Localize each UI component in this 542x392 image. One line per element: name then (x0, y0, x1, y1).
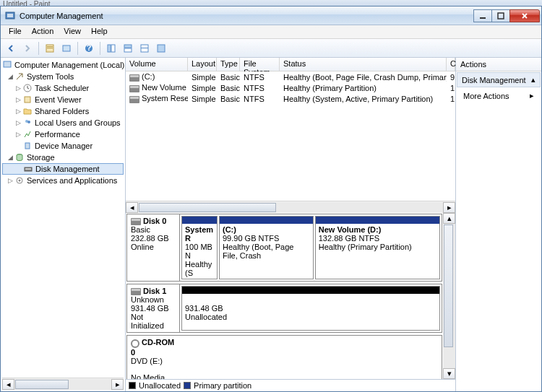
toolbar-back-button[interactable] (4, 41, 18, 56)
storage-icon (14, 152, 25, 162)
svg-rect-7 (63, 45, 70, 51)
volume-row[interactable]: (C:)SimpleBasicNTFSHealthy (Boot, Page F… (126, 71, 455, 82)
scroll-right-icon[interactable]: ▸ (443, 202, 455, 213)
col-capacity[interactable]: C (447, 58, 455, 71)
cdrom0-label[interactable]: CD-ROM 0 DVD (E:)No Media (127, 336, 180, 379)
toolbar-explorer-button[interactable] (59, 41, 74, 56)
minimize-button[interactable] (473, 9, 492, 22)
expand-icon[interactable]: ▷ (7, 177, 14, 184)
svg-rect-3 (498, 13, 504, 19)
svg-rect-17 (4, 61, 11, 67)
menu-view[interactable]: View (59, 25, 86, 38)
volume-list[interactable]: (C:)SimpleBasicNTFSHealthy (Boot, Page F… (126, 71, 455, 201)
actions-more[interactable]: More Actions▸ (456, 88, 541, 103)
menu-help[interactable]: Help (86, 25, 113, 38)
titlebar[interactable]: Computer Management (1, 6, 541, 25)
menu-file[interactable]: File (4, 25, 27, 38)
svg-rect-12 (124, 45, 132, 48)
scroll-left-icon[interactable]: ◂ (126, 202, 138, 213)
svg-point-27 (19, 180, 21, 182)
cdrom0[interactable]: CD-ROM 0 DVD (E:)No Media (126, 335, 442, 379)
disk0-partition-d[interactable]: New Volume (D:)132.88 GB NTFSHealthy (Pr… (315, 216, 440, 279)
collapse-icon[interactable]: ◢ (7, 154, 14, 161)
tree-shared[interactable]: ▷Shared Folders (2, 105, 124, 117)
expand-icon[interactable]: ▷ (14, 119, 22, 126)
cdrom-icon (131, 339, 139, 348)
toolbar-view3-button[interactable] (137, 41, 152, 56)
legend: Unallocated Primary partition (126, 379, 455, 391)
toolbar: ? (1, 39, 541, 58)
col-status[interactable]: Status (280, 58, 447, 71)
svg-rect-10 (108, 45, 111, 52)
event-icon (22, 95, 33, 105)
svg-rect-2 (480, 17, 486, 19)
toolbar-view1-button[interactable] (104, 41, 119, 56)
graph-vscrollbar[interactable]: ▴ ▾ (443, 213, 455, 379)
toolbar-view2-button[interactable] (121, 41, 135, 56)
toolbar-help-button[interactable]: ? (82, 41, 96, 56)
svg-rect-1 (7, 14, 13, 17)
col-fs[interactable]: File System (240, 58, 280, 71)
volume-icon (129, 74, 139, 82)
svg-rect-6 (47, 48, 53, 48)
svg-point-21 (27, 121, 30, 123)
expand-icon[interactable]: ▷ (14, 108, 22, 115)
disk0-label[interactable]: Disk 0 Basic232.88 GBOnline (127, 214, 180, 281)
tree-perf[interactable]: ▷Performance (2, 129, 124, 140)
tree-task[interactable]: ▷Task Scheduler (2, 82, 124, 94)
toolbar-view4-button[interactable] (154, 41, 168, 56)
col-volume[interactable]: Volume (126, 58, 188, 71)
legend-primary-swatch (184, 382, 191, 389)
clock-icon (22, 83, 33, 93)
menu-action[interactable]: Action (27, 25, 59, 38)
toolbar-properties-button[interactable] (43, 41, 57, 56)
volume-icon (129, 96, 139, 103)
close-button[interactable] (509, 9, 540, 22)
disk1-unallocated[interactable]: 931.48 GBUnallocated (181, 286, 440, 331)
chevron-right-icon: ▸ (530, 91, 534, 100)
disk1-label[interactable]: Disk 1 Unknown931.48 GBNot Initialized (127, 284, 180, 332)
tree-users[interactable]: ▷Local Users and Groups (2, 117, 124, 129)
svg-rect-11 (111, 45, 115, 52)
disk0-partition-c[interactable]: (C:)99.90 GB NTFSHealthy (Boot, Page Fil… (219, 216, 314, 279)
maximize-button[interactable] (491, 9, 510, 22)
disk-icon (23, 164, 33, 174)
expand-icon[interactable]: ▷ (14, 131, 22, 138)
volume-scrollbar[interactable]: ◂ ▸ (126, 201, 455, 213)
disk-icon (131, 288, 141, 295)
volume-header[interactable]: Volume Layout Type File System Status C (126, 58, 455, 71)
navigation-tree[interactable]: Computer Management (Local) ◢System Tool… (1, 58, 126, 391)
disk0[interactable]: Disk 0 Basic232.88 GBOnline System R100 … (126, 214, 442, 282)
tree-root[interactable]: Computer Management (Local) (2, 59, 124, 71)
actions-disk-management[interactable]: Disk Management▴ (457, 72, 541, 87)
svg-rect-25 (25, 168, 31, 170)
paint-title-bar: Untitled - Paint (0, 0, 542, 6)
volume-row[interactable]: System ReservedSimpleBasicNTFSHealthy (S… (126, 93, 455, 104)
folder-icon (22, 106, 33, 116)
tree-event[interactable]: ▷Event Viewer (2, 94, 124, 105)
tree-diskman[interactable]: Disk Management (2, 163, 124, 175)
scroll-right-icon[interactable]: ▸ (111, 379, 124, 390)
volume-row[interactable]: New Volume (D:)SimpleBasicNTFSHealthy (P… (126, 82, 455, 93)
col-type[interactable]: Type (217, 58, 240, 71)
expand-icon[interactable]: ▷ (14, 96, 22, 103)
disk-graphical-view[interactable]: Disk 0 Basic232.88 GBOnline System R100 … (126, 213, 443, 379)
perf-icon (22, 129, 33, 139)
scroll-down-icon[interactable]: ▾ (443, 368, 455, 379)
collapse-icon[interactable]: ◢ (7, 73, 14, 80)
tree-systools[interactable]: ◢System Tools (2, 71, 124, 82)
disk1[interactable]: Disk 1 Unknown931.48 GBNot Initialized 9… (126, 284, 442, 333)
tree-scrollbar[interactable]: ◂ ▸ (2, 378, 124, 390)
tree-svcs[interactable]: ▷Services and Applications (2, 175, 124, 186)
tree-storage[interactable]: ◢Storage (2, 152, 124, 163)
scroll-left-icon[interactable]: ◂ (2, 379, 14, 390)
legend-unallocated-label: Unallocated (139, 381, 181, 390)
volume-icon (129, 85, 139, 92)
toolbar-forward-button[interactable] (20, 41, 35, 56)
actions-header: Actions (456, 58, 541, 71)
scroll-up-icon[interactable]: ▴ (443, 213, 455, 224)
tree-devmgr[interactable]: Device Manager (2, 140, 124, 152)
disk0-partition-system[interactable]: System R100 MB NHealthy (S (181, 216, 218, 279)
expand-icon[interactable]: ▷ (14, 84, 22, 92)
col-layout[interactable]: Layout (188, 58, 217, 71)
